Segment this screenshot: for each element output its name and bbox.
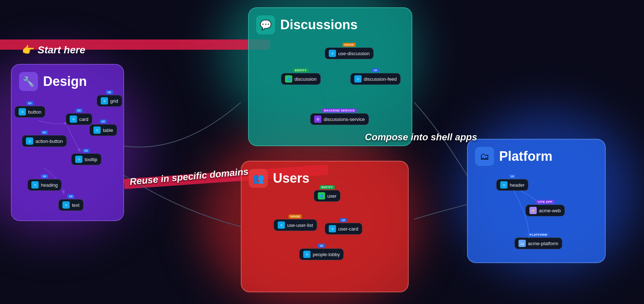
node-acme-platform[interactable]: PLATFORM 🗂 acme-platform xyxy=(514,238,562,249)
react-icon-action-button: ⚛ xyxy=(26,137,33,145)
react-icon-header: ⚛ xyxy=(500,181,508,189)
node-people-lobby[interactable]: UI ⚛ people-lobby xyxy=(299,248,344,260)
badge-ui-tooltip: UI xyxy=(83,149,90,153)
node-heading-label: heading xyxy=(41,182,58,188)
react-icon-discussion-feed: ⚛ xyxy=(354,75,362,83)
start-here-label: 👉 Start here xyxy=(22,44,85,56)
badge-ui-user-card: UI xyxy=(340,218,347,222)
node-card-label: card xyxy=(79,117,88,122)
badge-ui-card: UI xyxy=(76,109,82,113)
node-discussion-label: discussion xyxy=(294,76,317,82)
platform-group-label: Platform xyxy=(499,149,552,164)
react-icon-button: ⚛ xyxy=(19,108,26,115)
node-tooltip[interactable]: UI ⚛ tooltip xyxy=(71,153,101,165)
node-grid-label: grid xyxy=(110,98,118,104)
design-group-title: 🔧 Design xyxy=(19,72,116,91)
discussions-group-title: 💬 Discussions xyxy=(256,15,404,34)
node-tooltip-label: tooltip xyxy=(85,157,97,162)
discussions-group-icon: 💬 xyxy=(256,15,275,34)
node-table[interactable]: UI ⚛ table xyxy=(89,124,117,136)
node-button-label: button xyxy=(28,109,41,115)
badge-ui-action-button: UI xyxy=(41,130,48,134)
badge-ui-heading: UI xyxy=(41,174,48,178)
node-acme-web-label: acme-web xyxy=(539,208,561,213)
node-text-label: text xyxy=(72,202,80,208)
node-user[interactable]: ENTITY 🔷 user xyxy=(314,190,340,202)
badge-entity-user: ENTITY xyxy=(320,185,335,189)
badge-ui-table: UI xyxy=(100,119,107,123)
users-group-icon: 👥 xyxy=(249,169,268,188)
platform-icon-acme-platform: 🗂 xyxy=(518,240,526,247)
node-discussion[interactable]: ENTITY 🔷 discussion xyxy=(281,73,321,85)
vite-icon-acme-web: ⚡ xyxy=(529,207,537,214)
node-discussion-feed-label: discussion-feed xyxy=(364,76,397,82)
react-icon-card: ⚛ xyxy=(70,115,77,123)
node-acme-platform-label: acme-platform xyxy=(528,241,558,246)
node-acme-web[interactable]: VITE APP ⚡ acme-web xyxy=(525,205,565,216)
node-header-label: header xyxy=(510,182,524,188)
badge-backend-discussions-service: BACKEND SERVICE xyxy=(322,109,357,113)
node-people-lobby-label: people-lobby xyxy=(313,252,340,257)
react-icon-use-discussion: ⚛ xyxy=(329,50,336,57)
react-icon-use-user-list: ⚛ xyxy=(278,221,285,229)
badge-hook-use-user-list: HOOK xyxy=(289,214,302,218)
platform-group-icon: 🗂 xyxy=(475,147,494,166)
node-text[interactable]: UI ⚛ text xyxy=(58,199,84,211)
node-use-discussion[interactable]: HOOK ⚛ use-discussion xyxy=(325,48,374,59)
badge-hook-use-discussion: HOOK xyxy=(343,43,356,47)
node-user-card-label: user-card xyxy=(338,226,358,232)
platform-group-title: 🗂 Platform xyxy=(475,147,598,166)
design-group-icon: 🔧 xyxy=(19,72,38,91)
node-discussion-feed[interactable]: UI ⚛ discussion-feed xyxy=(350,73,401,85)
node-user-card[interactable]: UI ⚛ user-card xyxy=(325,223,362,235)
node-discussions-service[interactable]: BACKEND SERVICE ⚙ discussions-service xyxy=(310,113,369,125)
node-table-label: table xyxy=(103,128,113,133)
badge-ui-text: UI xyxy=(68,194,74,198)
node-card[interactable]: UI ⚛ card xyxy=(66,113,92,125)
react-icon-heading: ⚛ xyxy=(31,181,39,189)
node-header[interactable]: UI ⚛ header xyxy=(496,179,528,191)
badge-vite-acme-web: VITE APP xyxy=(536,200,554,204)
node-user-label: user xyxy=(327,193,336,199)
badge-ui-people-lobby: UI xyxy=(318,244,325,248)
badge-ui-discussion-feed: UI xyxy=(372,68,379,72)
react-icon-text: ⚛ xyxy=(62,201,70,209)
node-button[interactable]: UI ⚛ button xyxy=(15,106,45,118)
node-use-user-list-label: use-user-list xyxy=(287,223,313,228)
backend-icon-discussions-service: ⚙ xyxy=(314,115,321,123)
entity-icon-discussion: 🔷 xyxy=(285,75,292,83)
node-use-user-list[interactable]: HOOK ⚛ use-user-list xyxy=(274,219,317,231)
node-heading[interactable]: UI ⚛ heading xyxy=(27,179,62,191)
users-group-label: Users xyxy=(273,171,309,186)
badge-ui-header: UI xyxy=(509,174,516,178)
start-here-text: Start here xyxy=(38,44,85,56)
discussions-group-label: Discussions xyxy=(280,17,358,33)
react-icon-user-card: ⚛ xyxy=(329,225,336,232)
react-icon-tooltip: ⚛ xyxy=(75,156,82,163)
react-icon-table: ⚛ xyxy=(93,126,101,134)
react-icon-grid: ⚛ xyxy=(101,97,108,104)
entity-icon-user: 🔷 xyxy=(318,192,325,200)
badge-ui-button: UI xyxy=(27,101,34,105)
node-use-discussion-label: use-discussion xyxy=(338,51,370,56)
node-discussions-service-label: discussions-service xyxy=(324,117,365,122)
react-icon-people-lobby: ⚛ xyxy=(303,251,311,258)
node-action-button-label: action-button xyxy=(35,138,63,144)
node-action-button[interactable]: UI ⚛ action-button xyxy=(22,135,67,147)
badge-entity-discussion: ENTITY xyxy=(293,68,308,72)
node-grid[interactable]: UI ⚛ grid xyxy=(97,95,122,107)
start-arrow-emoji: 👉 xyxy=(22,44,35,56)
design-group-label: Design xyxy=(43,74,87,89)
badge-platform-acme-platform: PLATFORM xyxy=(528,233,549,237)
compose-annotation: Compose into shell apps xyxy=(365,132,477,143)
badge-ui-grid: UI xyxy=(106,90,113,94)
